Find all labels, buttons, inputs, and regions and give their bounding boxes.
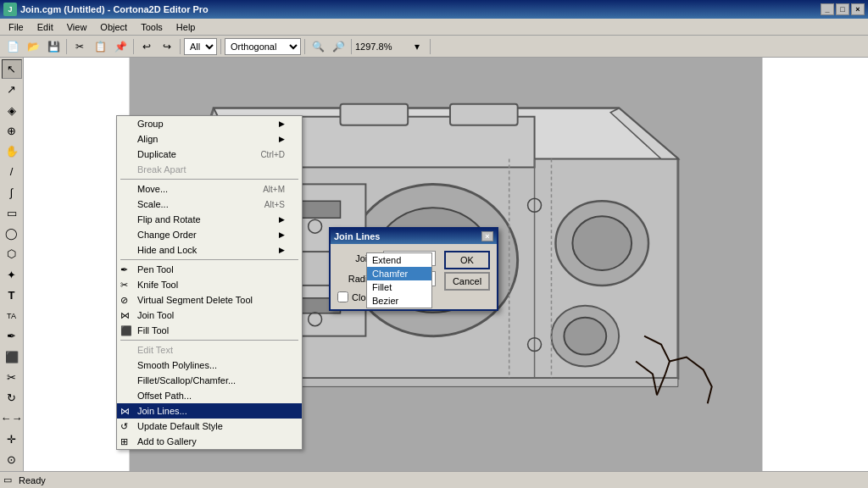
join-tool-icon: ⋈ (120, 310, 130, 321)
selection-mode-select[interactable]: All (184, 38, 217, 55)
joins-option-bezier[interactable]: Bezier (367, 294, 431, 308)
node-tool[interactable]: ↗ (2, 80, 22, 99)
close-button[interactable]: × (851, 3, 865, 15)
ok-button[interactable]: OK (444, 251, 490, 269)
menu-knife-tool[interactable]: ✂ Knife Tool (117, 277, 302, 292)
move-tool[interactable]: ✛ (2, 430, 22, 449)
scale-shortcut: Alt+S (264, 200, 285, 209)
menu-break-apart: Break Apart (117, 162, 302, 177)
rect-tool[interactable]: ▭ (2, 203, 22, 223)
svg-point-7 (564, 318, 606, 355)
join-lines-icon: ⋈ (120, 406, 130, 417)
contour-tool[interactable]: ◈ (2, 101, 22, 120)
eyedrop-tool[interactable]: ✒ (2, 326, 22, 346)
pen-icon: ✒ (120, 264, 128, 275)
polygon-tool[interactable]: ⬡ (2, 244, 22, 263)
knife-icon: ✂ (120, 280, 128, 291)
rotate-tool[interactable]: ↻ (2, 388, 22, 408)
joins-dropdown-list: Extend Chamfer Fillet Bezier (366, 252, 432, 308)
point-tool[interactable]: ⊙ (2, 450, 22, 469)
menu-file[interactable]: File (2, 19, 31, 35)
menu-flip-rotate[interactable]: Flip and Rotate ▶ (117, 212, 302, 227)
menu-add-gallery-label: Add to Gallery (137, 436, 197, 446)
menu-move-label: Move... (137, 184, 168, 194)
joins-option-fillet[interactable]: Fillet (367, 280, 431, 294)
menu-update-default[interactable]: ↺ Update Default Style (117, 419, 302, 434)
menu-fillet[interactable]: Fillet/Scallop/Chamfer... (117, 373, 302, 388)
menu-tools[interactable]: Tools (134, 19, 170, 35)
menu-align[interactable]: Align ▶ (117, 131, 302, 147)
paste-btn[interactable]: 📌 (111, 37, 130, 56)
maximize-button[interactable]: □ (836, 3, 849, 15)
menu-group-label: Group (137, 119, 164, 129)
text-tool[interactable]: T (2, 286, 22, 305)
menu-change-order[interactable]: Change Order ▶ (117, 227, 302, 242)
joins-option-chamfer[interactable]: Chamfer (367, 267, 431, 280)
menu-help[interactable]: Help (170, 19, 203, 35)
menu-add-gallery[interactable]: ⊞ Add to Gallery (117, 434, 302, 449)
menu-virtual-seg[interactable]: ⊘ Virtual Segment Delete Tool (117, 292, 302, 308)
menu-fill-label: Fill Tool (137, 325, 169, 336)
zoom-in-btn[interactable]: 🔍 (309, 37, 327, 56)
sep5 (304, 39, 305, 54)
menu-move[interactable]: Move... Alt+M (117, 181, 302, 197)
menu-virtual-seg-label: Virtual Segment Delete Tool (137, 295, 253, 305)
path-text-tool[interactable]: TA (2, 306, 22, 325)
menu-duplicate-label: Duplicate (137, 149, 176, 159)
menu-scale[interactable]: Scale... Alt+S (117, 197, 302, 212)
menu-fill-tool[interactable]: ⬛ Fill Tool (117, 323, 302, 338)
close-path-checkbox[interactable] (337, 291, 348, 302)
minimize-button[interactable]: _ (821, 3, 834, 15)
hide-lock-arrow: ▶ (279, 246, 285, 254)
menu-object[interactable]: Object (93, 19, 134, 35)
zoom-tool[interactable]: ⊕ (2, 121, 22, 141)
menu-offset-path[interactable]: Offset Path... (117, 388, 302, 403)
menu-join-lines[interactable]: ⋈ Join Lines... (117, 403, 302, 419)
undo-btn[interactable]: ↩ (137, 37, 156, 56)
canvas: Group ▶ Align ▶ Duplicate Ctrl+D Break A… (24, 58, 868, 471)
pan-tool[interactable]: ✋ (2, 141, 22, 161)
sep4 (220, 39, 221, 54)
menu-hide-lock[interactable]: Hide and Lock ▶ (117, 242, 302, 258)
menu-smooth-poly[interactable]: Smooth Polylines... (117, 358, 302, 373)
select-tool[interactable]: ↖ (2, 59, 22, 79)
menu-duplicate[interactable]: Duplicate Ctrl+D (117, 147, 302, 162)
group-arrow: ▶ (279, 119, 285, 128)
curve-tool[interactable]: ∫ (2, 183, 22, 202)
object-dropdown-menu: Group ▶ Align ▶ Duplicate Ctrl+D Break A… (116, 115, 303, 450)
menu-knife-label: Knife Tool (137, 280, 178, 290)
menu-pen-tool[interactable]: ✒ Pen Tool (117, 262, 302, 277)
open-btn[interactable]: 📂 (24, 37, 42, 56)
menu-edit[interactable]: Edit (31, 19, 60, 35)
menu-join-tool[interactable]: ⋈ Join Tool (117, 308, 302, 323)
ellipse-tool[interactable]: ◯ (2, 224, 22, 243)
copy-btn[interactable]: 📋 (91, 37, 109, 56)
new-btn[interactable]: 📄 (3, 37, 22, 56)
virtual-seg-icon: ⊘ (120, 295, 128, 306)
flip-rotate-arrow: ▶ (279, 215, 285, 224)
menu-view[interactable]: View (60, 19, 94, 35)
svg-rect-15 (450, 104, 518, 125)
window-controls: _ □ × (821, 3, 865, 15)
scissors-tool[interactable]: ✂ (2, 368, 22, 387)
zoom-out-btn[interactable]: 🔎 (329, 37, 348, 56)
fill-tool[interactable]: ⬛ (2, 347, 22, 367)
view-mode-select[interactable]: Orthogonal (225, 38, 301, 55)
redo-btn[interactable]: ↪ (158, 37, 176, 56)
left-toolbar: ↖ ↗ ◈ ⊕ ✋ / ∫ ▭ ◯ ⬡ ✦ T TA ✒ ⬛ ✂ ↻ ←→ ✛ … (0, 58, 24, 471)
cancel-button[interactable]: Cancel (444, 272, 490, 291)
sep1 (66, 39, 67, 54)
dimension-tool[interactable]: ←→ (2, 408, 22, 428)
cut-btn[interactable]: ✂ (70, 37, 89, 56)
save-btn[interactable]: 💾 (44, 37, 63, 56)
dialog-close-button[interactable]: × (481, 231, 493, 241)
joins-option-extend[interactable]: Extend (367, 253, 431, 267)
line-tool[interactable]: / (2, 162, 22, 181)
sep3 (180, 39, 181, 54)
menu-group[interactable]: Group ▶ (117, 116, 302, 131)
zoom-dropdown[interactable]: ▾ (408, 37, 426, 56)
sep1 (120, 179, 298, 180)
star-tool[interactable]: ✦ (2, 265, 22, 285)
menu-edit-text: Edit Text (117, 342, 302, 358)
menu-smooth-poly-label: Smooth Polylines... (137, 360, 217, 370)
